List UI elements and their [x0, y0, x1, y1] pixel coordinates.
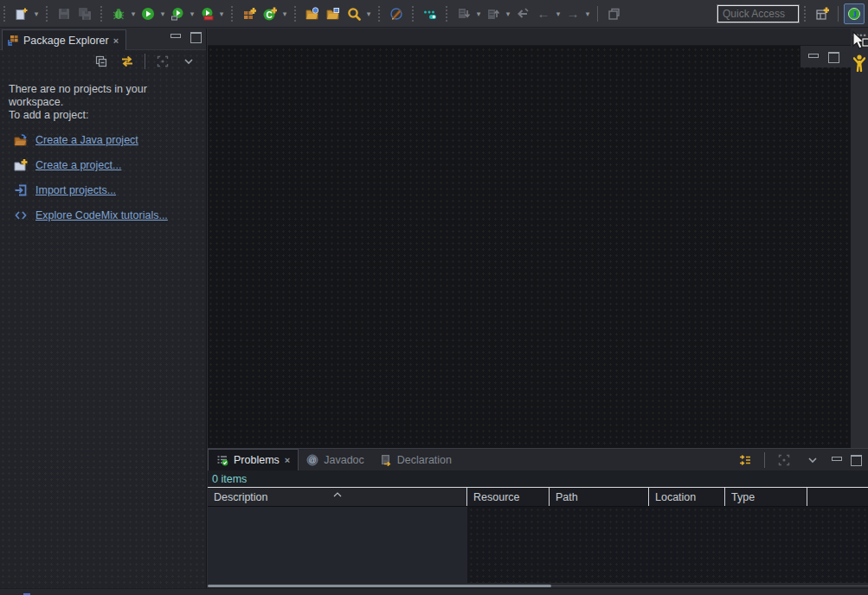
package-explorer-view: Package Explorer ×	[0, 29, 207, 589]
forward-button[interactable]: →	[563, 3, 583, 24]
forward-dropdown[interactable]: ▾	[583, 10, 592, 18]
svg-text:@: @	[309, 456, 317, 464]
debug-button[interactable]	[108, 3, 129, 24]
java-project-icon	[14, 133, 28, 147]
toolbar-separator	[294, 6, 299, 22]
link-with-editor-button[interactable]	[117, 51, 138, 72]
import-resource-button[interactable]	[323, 3, 344, 24]
previous-annotation-button[interactable]	[483, 3, 504, 24]
open-perspective-button[interactable]	[812, 3, 833, 24]
new-codemix-project-button[interactable]: C	[260, 3, 280, 24]
problems-icon	[216, 454, 228, 466]
chevron-down-icon	[807, 454, 819, 466]
trim-drag-handle-dots[interactable]: ••••	[852, 31, 867, 40]
java-perspective-button[interactable]: J	[844, 3, 865, 24]
focus-on-active-task-button[interactable]	[774, 450, 794, 470]
coverage-dropdown[interactable]: ▾	[217, 10, 226, 18]
new-wizard-dropdown[interactable]: ▾	[32, 10, 41, 18]
scrollbar-track	[551, 585, 868, 586]
fast-view-figure-icon[interactable]	[853, 54, 865, 74]
back-dropdown[interactable]: ▾	[554, 10, 563, 18]
previous-annotation-icon	[486, 7, 500, 21]
column-header-location[interactable]: Location	[649, 488, 725, 506]
search-button[interactable]	[344, 3, 364, 24]
problems-table-body[interactable]	[208, 507, 868, 583]
view-menu-button[interactable]	[802, 450, 823, 470]
run-history-dropdown[interactable]: ▾	[188, 10, 196, 18]
open-task-button[interactable]	[386, 3, 407, 24]
back-button[interactable]: ←	[533, 3, 554, 24]
eclipse-window: ▾ ▾ ▾	[0, 0, 868, 595]
filter-button[interactable]	[735, 450, 755, 470]
run-history-button[interactable]	[167, 3, 188, 24]
save-all-button[interactable]	[74, 3, 95, 24]
maximize-view-button[interactable]	[190, 32, 201, 42]
tab-javadoc[interactable]: @ Javadoc	[299, 449, 372, 470]
editor-area[interactable]	[208, 29, 851, 448]
coverage-button[interactable]	[196, 3, 217, 24]
restore-window-button[interactable]	[603, 3, 624, 24]
previous-annotation-dropdown[interactable]: ▾	[504, 10, 512, 18]
new-codemix-dropdown[interactable]: ▾	[280, 10, 289, 18]
next-annotation-button[interactable]	[453, 3, 474, 24]
problems-view: Problems × @ Javadoc Declaration	[208, 448, 868, 588]
package-explorer-icon	[7, 35, 19, 47]
run-dropdown[interactable]: ▾	[158, 10, 167, 18]
tab-declaration[interactable]: Declaration	[372, 449, 460, 470]
open-perspective-icon	[815, 7, 829, 21]
toolbar-separator	[378, 6, 383, 22]
close-tab-icon[interactable]: ×	[285, 455, 290, 465]
maximize-view-button[interactable]	[850, 455, 861, 464]
debug-dropdown[interactable]: ▾	[129, 10, 138, 18]
column-header-type[interactable]: Type	[725, 488, 807, 506]
new-myeclipse-project-button[interactable]	[239, 3, 260, 24]
tab-label: Declaration	[397, 454, 452, 466]
close-tab-icon[interactable]: ×	[113, 35, 119, 46]
open-resource-button[interactable]	[302, 3, 323, 24]
create-java-project-link[interactable]: Create a Java project	[35, 134, 138, 146]
run-button[interactable]	[138, 3, 158, 24]
new-file-icon	[15, 7, 29, 21]
view-menu-button[interactable]	[178, 51, 199, 72]
tab-label: Package Explorer	[23, 35, 109, 47]
new-project-icon	[14, 158, 28, 172]
last-edit-location-button[interactable]	[512, 3, 533, 24]
minimize-view-button[interactable]	[170, 32, 181, 42]
import-projects-link[interactable]: Import projects...	[35, 184, 116, 196]
explore-codemix-tutorials-link[interactable]: Explore CodeMix tutorials...	[35, 209, 168, 221]
toolbar-separator	[804, 6, 808, 22]
column-header-filler	[807, 488, 852, 506]
tab-problems[interactable]: Problems ×	[208, 449, 299, 470]
focus-target-icon	[778, 454, 790, 466]
toolbar-separator	[100, 6, 105, 22]
toolbar-separator-line	[838, 6, 839, 22]
quick-access-input[interactable]	[717, 5, 799, 22]
save-button[interactable]	[54, 3, 74, 24]
focus-on-active-task-button[interactable]	[152, 51, 173, 72]
toolbar-separator	[446, 6, 450, 22]
items-count: 0 items	[208, 470, 868, 487]
minimize-view-button[interactable]	[831, 455, 842, 464]
column-header-path[interactable]: Path	[550, 488, 649, 506]
new-wizard-button[interactable]	[11, 3, 32, 24]
column-header-resource[interactable]: Resource	[467, 488, 550, 506]
tab-package-explorer[interactable]: Package Explorer ×	[2, 29, 126, 50]
create-project-link[interactable]: Create a project...	[35, 159, 121, 171]
column-header-description[interactable]: Description	[208, 488, 467, 506]
search-dropdown[interactable]: ▾	[364, 10, 373, 18]
minimize-editor-button[interactable]	[807, 52, 819, 61]
javadoc-icon: @	[306, 454, 318, 466]
scrollbar-thumb[interactable]	[208, 585, 551, 587]
status-bar	[0, 588, 868, 595]
live-preview-icon	[423, 7, 437, 21]
maximize-editor-button[interactable]	[827, 52, 839, 61]
focus-target-icon	[157, 55, 169, 67]
run-icon	[141, 7, 155, 21]
next-annotation-dropdown[interactable]: ▾	[474, 10, 483, 18]
codemix-live-button[interactable]	[420, 3, 440, 24]
problems-table-header: Description Resource Path Location Type	[208, 487, 868, 507]
toolbar-separator-line	[597, 6, 598, 22]
toolbar-separator	[231, 6, 235, 22]
collapse-all-button[interactable]	[91, 51, 112, 72]
restore-window-icon	[607, 7, 620, 21]
